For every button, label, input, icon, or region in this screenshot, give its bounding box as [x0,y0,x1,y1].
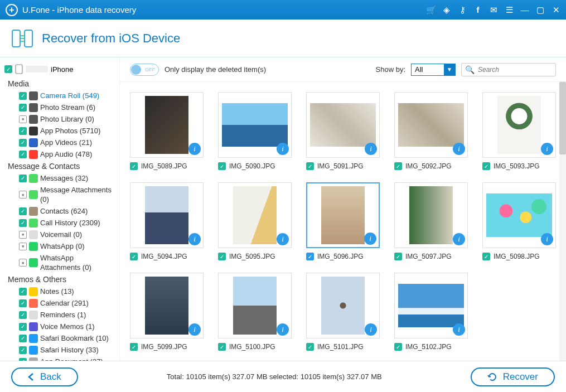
thumbnail-image-box[interactable]: i [306,273,380,338]
gem-icon[interactable]: ◈ [442,6,451,14]
sidebar-item[interactable]: App Document (27) [4,356,115,361]
item-checkbox[interactable] [19,358,27,361]
item-checkbox[interactable] [19,115,27,123]
sidebar-item[interactable]: Camera Roll (549) [4,90,115,101]
info-icon[interactable]: i [188,233,201,245]
thumbnail-checkbox[interactable] [394,253,402,260]
item-checkbox[interactable] [19,219,27,227]
item-checkbox[interactable] [19,127,27,135]
sidebar-item[interactable]: App Videos (21) [4,137,115,148]
thumbnail-checkbox[interactable] [394,162,402,170]
sidebar-item[interactable]: Voicemail (0) [4,229,115,240]
thumbnail-item[interactable]: iIMG_5098.JPG [482,182,556,260]
item-checkbox[interactable] [19,231,27,239]
close-icon[interactable]: ✕ [552,6,560,14]
item-checkbox[interactable] [19,311,27,319]
maximize-icon[interactable]: ▢ [536,6,545,14]
sidebar-item[interactable]: Call History (2309) [4,217,115,229]
thumbnail-checkbox[interactable] [306,343,314,351]
back-button[interactable]: Back [11,367,78,386]
item-checkbox[interactable] [19,346,27,354]
sidebar-item[interactable]: WhatsApp (0) [4,240,115,252]
sidebar-item[interactable]: Message Attachments (0) [4,184,115,205]
thumbnail-item[interactable]: iIMG_5089.JPG [130,92,204,170]
thumbnail-item[interactable]: iIMG_5102.JPG [394,273,468,351]
thumbnail-item[interactable]: iIMG_5100.JPG [218,273,292,351]
thumbnail-image-box[interactable]: i [394,273,468,338]
search-box[interactable]: 🔍 [461,63,556,76]
feedback-icon[interactable]: ✉ [489,6,498,14]
item-checkbox[interactable] [19,335,27,342]
thumbnail-checkbox[interactable] [130,162,138,170]
thumbnail-checkbox[interactable] [218,343,226,351]
info-icon[interactable]: i [277,143,289,155]
item-checkbox[interactable] [19,243,27,250]
thumbnail-item[interactable]: iIMG_5092.JPG [394,92,468,170]
item-checkbox[interactable] [19,139,27,147]
info-icon[interactable]: i [364,233,376,245]
item-checkbox[interactable] [19,288,27,296]
thumbnail-item[interactable]: iIMG_5090.JPG [218,92,292,170]
sidebar-item[interactable]: Notes (13) [4,285,115,297]
thumbnail-checkbox[interactable] [130,253,138,260]
info-icon[interactable]: i [365,323,377,336]
thumbnail-checkbox[interactable] [482,162,490,170]
facebook-icon[interactable]: f [473,6,482,14]
minimize-icon[interactable]: — [520,6,529,14]
sidebar-item[interactable]: Photo Library (0) [4,113,115,125]
thumbnail-item[interactable]: iIMG_5101.JPG [306,273,380,351]
thumbnail-image-box[interactable]: i [482,182,556,248]
thumbnail-checkbox[interactable] [218,253,226,260]
sidebar-item[interactable]: Calendar (291) [4,297,115,309]
thumbnail-image-box[interactable]: i [130,92,204,158]
thumbnail-checkbox[interactable] [130,343,138,351]
info-icon[interactable]: i [541,233,553,245]
item-checkbox[interactable] [19,191,27,199]
item-checkbox[interactable] [19,175,27,182]
thumbnail-item[interactable]: iIMG_5093.JPG [482,92,556,170]
thumbnail-image-box[interactable]: i [306,92,380,158]
info-icon[interactable]: i [277,233,289,245]
thumbnail-item[interactable]: iIMG_5095.JPG [218,182,292,260]
thumbnail-checkbox[interactable] [306,162,314,170]
showby-select[interactable]: All ▼ [411,64,456,76]
info-icon[interactable]: i [453,233,465,245]
item-checkbox[interactable] [19,259,27,267]
sidebar-item[interactable]: Reminders (1) [4,309,115,321]
thumbnail-image-box[interactable]: i [482,92,556,158]
deleted-only-toggle[interactable]: OFF [130,64,159,76]
sidebar-item[interactable]: App Photos (5710) [4,125,115,137]
thumbnail-image-box[interactable]: i [218,182,292,248]
sidebar-item[interactable]: Safari History (33) [4,344,115,356]
sidebar-item[interactable]: Photo Stream (6) [4,101,115,113]
thumbnail-image-box[interactable]: i [130,182,204,248]
sidebar-item[interactable]: Contacts (624) [4,205,115,217]
thumbnail-image-box[interactable]: i [394,182,468,248]
search-input[interactable] [478,66,552,74]
info-icon[interactable]: i [541,143,553,155]
item-checkbox[interactable] [19,151,27,158]
item-checkbox[interactable] [19,323,27,331]
item-checkbox[interactable] [19,207,27,215]
info-icon[interactable]: i [188,323,201,336]
sidebar-item[interactable]: Voice Memos (1) [4,321,115,332]
menu-icon[interactable]: ☰ [505,6,514,14]
item-checkbox[interactable] [19,299,27,307]
info-icon[interactable]: i [453,143,465,155]
scrollbar[interactable] [559,82,566,361]
item-checkbox[interactable] [19,104,27,112]
thumbnail-checkbox[interactable] [482,253,490,260]
thumbnail-item[interactable]: iIMG_5096.JPG [306,182,380,260]
thumbnail-image-box[interactable]: i [306,182,380,248]
sidebar-item[interactable]: Messages (32) [4,172,115,184]
cart-icon[interactable]: 🛒 [427,6,436,14]
thumbnail-checkbox[interactable] [306,253,314,260]
thumbnail-checkbox[interactable] [218,162,226,170]
thumbnail-item[interactable]: iIMG_5091.JPG [306,92,380,170]
info-icon[interactable]: i [365,143,377,155]
thumbnail-image-box[interactable]: i [130,273,204,338]
recover-button[interactable]: Recover [471,367,555,386]
sidebar-item[interactable]: WhatsApp Attachments (0) [4,252,115,273]
sidebar-item[interactable]: App Audio (478) [4,148,115,160]
info-icon[interactable]: i [277,323,289,336]
